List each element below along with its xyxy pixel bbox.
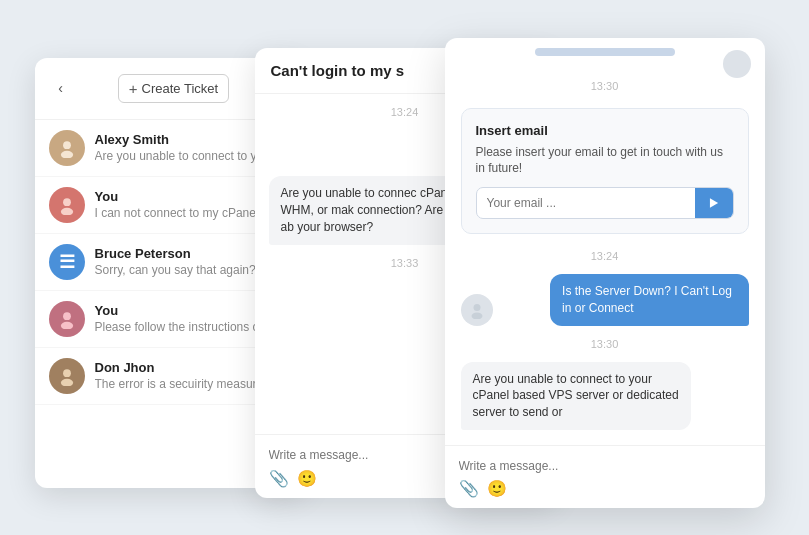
avatar [49, 130, 85, 166]
svg-point-3 [60, 150, 72, 157]
extended-input-area: 📎 🙂 [445, 445, 765, 508]
svg-point-9 [60, 378, 72, 385]
svg-point-11 [473, 304, 480, 311]
message-with-avatar: Is the Server Down? I Can't Log in or Co… [461, 274, 749, 326]
back-button[interactable]: ‹ [49, 76, 73, 100]
avatar: ☰ [49, 244, 85, 280]
top-bar-placeholder [535, 48, 675, 56]
paperclip-icon[interactable]: 📎 [269, 469, 289, 488]
message-bubble-sent: Is the Server Down? I Can't Log in or Co… [550, 274, 748, 326]
email-insert-title: Insert email [476, 123, 734, 138]
avatar [49, 187, 85, 223]
plus-icon: + [129, 80, 138, 97]
ext-top-bar [445, 38, 765, 68]
emoji-icon[interactable]: 🙂 [487, 479, 507, 498]
svg-point-12 [471, 312, 482, 319]
email-insert-description: Please insert your email to get in touch… [476, 144, 734, 178]
svg-point-6 [63, 312, 71, 320]
extended-messages: 13:30 Insert email Please insert your em… [445, 68, 765, 445]
conv-name: Bruce Peterson [95, 246, 191, 261]
svg-point-5 [60, 207, 72, 214]
message-timestamp: 13:30 [461, 80, 749, 92]
email-input-row [476, 187, 734, 219]
email-input[interactable] [477, 188, 695, 218]
email-submit-button[interactable] [695, 188, 733, 218]
svg-point-8 [63, 369, 71, 377]
conv-name: Alexy Smith [95, 132, 169, 147]
user-avatar-top [723, 50, 751, 78]
svg-marker-10 [709, 198, 717, 207]
sender-avatar [461, 294, 493, 326]
extended-chat-panel: 13:30 Insert email Please insert your em… [445, 38, 765, 508]
svg-point-2 [63, 141, 71, 149]
conv-name: Don Jhon [95, 360, 155, 375]
message-timestamp: 13:24 [461, 250, 749, 262]
message-timestamp: 13:30 [461, 338, 749, 350]
create-ticket-button[interactable]: + Create Ticket [118, 74, 229, 103]
create-ticket-label: Create Ticket [142, 81, 219, 96]
extended-message-input[interactable] [459, 459, 751, 473]
message-bubble-received: Are you unable to connect to your cPanel… [461, 362, 691, 430]
emoji-icon[interactable]: 🙂 [297, 469, 317, 488]
paperclip-icon[interactable]: 📎 [459, 479, 479, 498]
svg-point-7 [60, 321, 72, 328]
avatar [49, 358, 85, 394]
message-input[interactable] [269, 448, 419, 462]
avatar [49, 301, 85, 337]
email-insert-card: Insert email Please insert your email to… [461, 108, 749, 235]
svg-point-4 [63, 198, 71, 206]
extended-input-icons: 📎 🙂 [459, 479, 751, 498]
conv-name: You [95, 303, 119, 318]
conv-name: You [95, 189, 119, 204]
